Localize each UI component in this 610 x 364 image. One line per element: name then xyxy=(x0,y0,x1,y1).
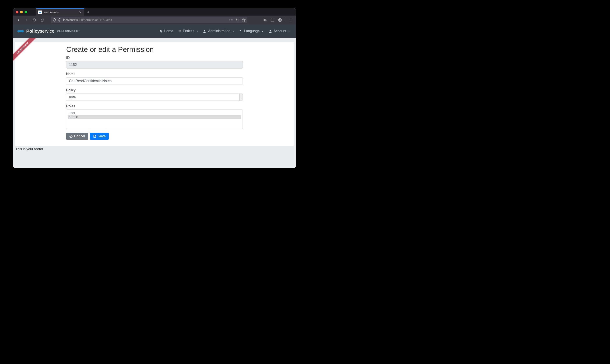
tab-favicon xyxy=(38,11,42,14)
brand-logo-icon xyxy=(17,29,25,33)
field-name: Name xyxy=(66,72,243,85)
sidebar-icon[interactable] xyxy=(269,16,276,24)
cancel-button[interactable]: Cancel xyxy=(66,133,88,140)
flag-icon xyxy=(239,29,243,33)
input-name[interactable] xyxy=(66,77,243,85)
svg-rect-9 xyxy=(271,19,274,21)
svg-point-23 xyxy=(204,30,205,31)
save-icon xyxy=(93,134,96,138)
nav-home[interactable]: Home xyxy=(157,27,175,35)
svg-line-8 xyxy=(266,19,266,21)
browser-window: Permissions ✕ ＋ localhost:8080/permissio xyxy=(13,8,296,168)
tab-title: Permissions xyxy=(44,11,58,14)
menu-button[interactable] xyxy=(287,16,294,24)
nav-language[interactable]: Language ▼ xyxy=(237,27,266,35)
list-icon xyxy=(178,29,182,33)
nav-administration[interactable]: Administration ▼ xyxy=(201,27,237,35)
button-row: Cancel Save xyxy=(66,133,243,140)
select-spinner[interactable]: ▾ xyxy=(239,94,243,101)
svg-rect-1 xyxy=(40,12,41,13)
svg-point-24 xyxy=(270,30,271,31)
label-policy: Policy xyxy=(66,88,243,92)
nav-menu: Home Entities ▼ Administration ▼ Languag… xyxy=(157,27,292,35)
svg-rect-21 xyxy=(179,31,181,32)
page-actions-icon[interactable]: ••• xyxy=(229,18,234,22)
svg-rect-17 xyxy=(179,30,179,31)
pocket-icon[interactable] xyxy=(236,18,240,22)
chevron-down-icon: ▼ xyxy=(196,30,198,32)
page-title: Create or edit a Permission xyxy=(66,45,243,54)
tab-bar: Permissions ✕ ＋ xyxy=(13,8,296,15)
page-card: Create or edit a Permission ID Name Poli… xyxy=(15,42,294,146)
label-name: Name xyxy=(66,72,243,76)
svg-rect-18 xyxy=(179,31,179,32)
profile-icon[interactable] xyxy=(276,16,283,24)
label-roles: Roles xyxy=(66,104,243,108)
chevron-down-icon: ▼ xyxy=(288,30,290,32)
home-button[interactable] xyxy=(39,16,46,24)
toolbar-divider xyxy=(285,17,285,23)
site-info-icon[interactable] xyxy=(58,18,61,22)
zoom-window-button[interactable] xyxy=(25,11,27,13)
nav-entities[interactable]: Entities ▼ xyxy=(176,27,200,35)
svg-rect-20 xyxy=(179,30,181,31)
reload-button[interactable] xyxy=(31,16,38,24)
field-roles: Roles useradmin xyxy=(66,104,243,129)
svg-rect-19 xyxy=(179,32,179,32)
app-navbar: Policyservice v0.0.1-SNAPSHOT Home Entit… xyxy=(13,24,296,38)
window-controls xyxy=(13,8,36,15)
chevron-down-icon: ▼ xyxy=(232,30,234,32)
url-bar[interactable]: localhost:8080/permission/1152/edit ••• xyxy=(51,17,247,23)
field-id: ID xyxy=(66,56,243,68)
svg-line-26 xyxy=(70,135,72,137)
close-window-button[interactable] xyxy=(16,11,18,13)
user-icon xyxy=(268,29,272,33)
select-policy[interactable]: note xyxy=(66,93,243,101)
content-area: Development Create or edit a Permission … xyxy=(13,38,296,168)
form-container: Create or edit a Permission ID Name Poli… xyxy=(66,43,243,140)
ban-icon xyxy=(69,134,73,138)
forward-button[interactable] xyxy=(23,16,30,24)
brand[interactable]: Policyservice v0.0.1-SNAPSHOT xyxy=(17,28,80,34)
role-option[interactable]: admin xyxy=(68,115,241,119)
toolbar-right xyxy=(261,16,294,24)
input-id[interactable] xyxy=(66,61,243,68)
brand-version: v0.0.1-SNAPSHOT xyxy=(57,30,80,33)
field-policy: Policy note ▾ xyxy=(66,88,243,101)
svg-rect-22 xyxy=(179,32,181,32)
roles-listbox[interactable]: useradmin xyxy=(66,109,243,129)
browser-toolbar: localhost:8080/permission/1152/edit ••• xyxy=(13,15,296,24)
svg-point-12 xyxy=(279,19,280,20)
chevron-down-icon: ▼ xyxy=(261,30,264,32)
url-text: localhost:8080/permission/1152/edit xyxy=(63,18,227,22)
minimize-window-button[interactable] xyxy=(20,11,23,13)
close-tab-icon[interactable]: ✕ xyxy=(79,11,82,14)
nav-account[interactable]: Account ▼ xyxy=(266,27,292,35)
new-tab-button[interactable]: ＋ xyxy=(84,8,92,15)
save-button[interactable]: Save xyxy=(90,133,109,140)
svg-rect-28 xyxy=(94,136,95,137)
brand-text: Policyservice xyxy=(26,28,54,34)
bookmark-star-icon[interactable] xyxy=(242,18,246,22)
back-button[interactable] xyxy=(15,16,22,24)
browser-tab[interactable]: Permissions ✕ xyxy=(36,8,84,15)
library-icon[interactable] xyxy=(261,16,268,24)
home-icon xyxy=(159,29,163,33)
role-option[interactable]: user xyxy=(68,111,241,115)
shield-icon[interactable] xyxy=(53,18,56,22)
user-plus-icon xyxy=(203,29,207,33)
footer-text: This is your footer xyxy=(13,146,296,152)
label-id: ID xyxy=(66,56,243,60)
svg-rect-16 xyxy=(19,30,23,32)
svg-rect-29 xyxy=(94,135,95,136)
